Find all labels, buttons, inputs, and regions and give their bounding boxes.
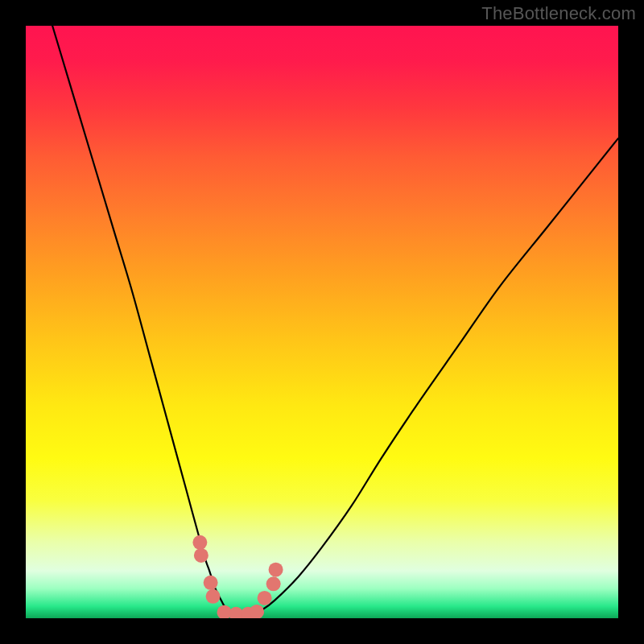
chart-frame: TheBottleneck.com	[0, 0, 644, 644]
plot-area	[26, 26, 618, 618]
valley-marker	[192, 535, 207, 550]
valley-marker	[266, 576, 281, 591]
valley-marker	[206, 589, 221, 604]
valley-marker	[258, 591, 272, 605]
curve-svg	[26, 26, 618, 618]
valley-marker	[204, 576, 218, 590]
valley-marker	[269, 563, 283, 577]
valley-marker	[194, 548, 208, 563]
watermark-text: TheBottleneck.com	[481, 3, 636, 24]
valley-marker	[250, 605, 264, 618]
bottleneck-curve	[26, 26, 618, 615]
